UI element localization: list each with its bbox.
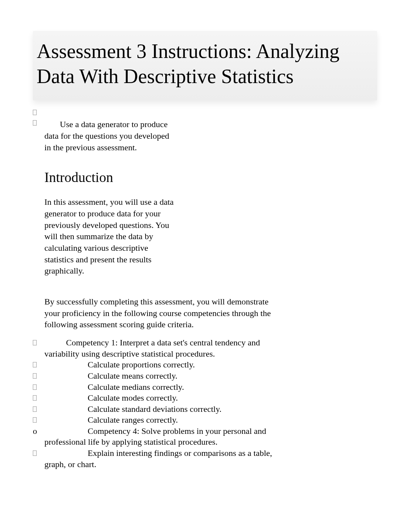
placeholder-glyph-icon [33, 450, 37, 456]
competency-intro-paragraph: By successfully completing this assessme… [44, 296, 284, 330]
list-item-text: Calculate modes correctly. [44, 393, 284, 404]
list-item-text: Competency 4: Solve problems in your per… [44, 426, 284, 448]
placeholder-glyph-icon [33, 362, 37, 367]
bullet-marker: o [33, 426, 44, 437]
list-item: Calculate means correctly. [33, 371, 377, 382]
bullet-marker [33, 382, 44, 393]
bullet-marker [33, 337, 44, 348]
list-item-label: Competency 1: Interpret a data set's cen… [44, 337, 284, 359]
placeholder-glyph-icon [33, 120, 37, 126]
list-item-text: Calculate medians correctly. [44, 382, 284, 393]
bullet-marker [33, 415, 44, 426]
intro-bullet-text: Use a data generator to produce data for… [44, 119, 176, 153]
list-item: Calculate medians correctly. [33, 382, 377, 393]
section-heading-introduction: Introduction [44, 169, 377, 185]
bullet-marker [33, 371, 44, 382]
list-item-text: Explain interesting findings or comparis… [44, 448, 284, 470]
list-item-label: Calculate modes correctly. [44, 393, 284, 404]
placeholder-glyph-icon [33, 340, 37, 345]
bullet-marker [33, 393, 44, 404]
placeholder-glyph-icon [33, 384, 37, 390]
intro-paragraph: In this assessment, you will use a data … [44, 196, 176, 277]
list-item-text: Competency 1: Interpret a data set's cen… [44, 337, 284, 359]
list-item-label: Calculate ranges correctly. [44, 415, 284, 426]
list-item-label: Calculate medians correctly. [44, 382, 284, 393]
list-item-text: Calculate proportions correctly. [44, 359, 284, 371]
list-item-text: Calculate standard deviations correctly. [44, 404, 284, 415]
bullet-marker [33, 448, 44, 459]
bullet-marker [33, 119, 44, 128]
list-item: oCompetency 4: Solve problems in your pe… [33, 426, 377, 448]
list-item: Explain interesting findings or comparis… [33, 448, 377, 470]
bullet-marker [33, 108, 44, 118]
list-item-label: Calculate means correctly. [44, 371, 284, 382]
empty-bullet-row [33, 108, 377, 118]
placeholder-glyph-icon [33, 417, 37, 423]
list-item-text: Calculate ranges correctly. [44, 415, 284, 426]
list-item-text: Calculate means correctly. [44, 371, 284, 382]
placeholder-glyph-icon [33, 373, 37, 379]
list-item: Calculate ranges correctly. [33, 415, 377, 426]
bullet-marker [33, 359, 44, 371]
placeholder-glyph-icon [33, 110, 37, 115]
page-title: Assessment 3 Instructions: Analyzing Dat… [37, 39, 373, 89]
list-item: Calculate modes correctly. [33, 393, 377, 404]
o-bullet-icon: o [33, 426, 37, 436]
bullet-marker [33, 404, 44, 415]
placeholder-glyph-icon [33, 395, 37, 401]
list-item: Calculate standard deviations correctly. [33, 404, 377, 415]
competency-list: Competency 1: Interpret a data set's cen… [33, 337, 377, 470]
title-block: Assessment 3 Instructions: Analyzing Dat… [33, 31, 377, 100]
list-item-label: Explain interesting findings or comparis… [44, 448, 284, 470]
list-item-label: Competency 4: Solve problems in your per… [44, 426, 284, 448]
list-item-label: Calculate proportions correctly. [44, 359, 284, 371]
intro-bullet-row: Use a data generator to produce data for… [33, 119, 377, 165]
placeholder-glyph-icon [33, 406, 37, 412]
list-item-label: Calculate standard deviations correctly. [44, 404, 284, 415]
list-item: Competency 1: Interpret a data set's cen… [33, 337, 377, 359]
list-item: Calculate proportions correctly. [33, 359, 377, 371]
